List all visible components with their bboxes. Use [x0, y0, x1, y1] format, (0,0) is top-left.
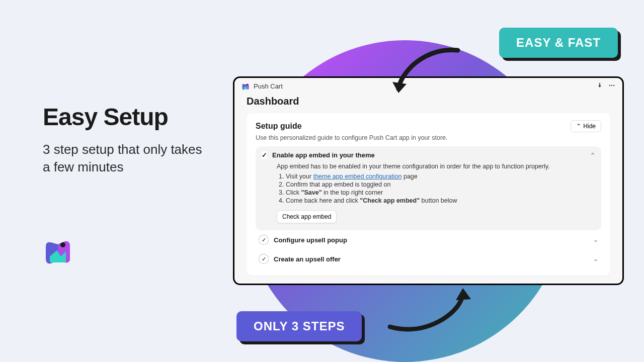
- step-1-title: Enable app embed in your theme: [272, 151, 375, 159]
- svg-point-2: [609, 85, 610, 86]
- hero-subtitle: 3 step setup that only takes a few minut…: [43, 141, 209, 176]
- step-1-li2: Confirm that app embed is toggled on: [286, 181, 593, 188]
- app-logo: [43, 236, 73, 266]
- chevron-down-icon: ⌄: [593, 255, 598, 262]
- setup-guide-panel: Setup guide ⌃ Hide Use this personalized…: [247, 113, 610, 276]
- check-circle-icon: ✓: [262, 151, 267, 159]
- app-name: Push Cart: [254, 82, 283, 90]
- check-app-embed-button[interactable]: Check app embed: [277, 210, 337, 223]
- dashboard-window: Push Cart Dashboard Setup guide ⌃ Hide U…: [233, 76, 624, 285]
- arrow-top-icon: [377, 43, 468, 98]
- step-1-li1-suffix: page: [401, 173, 417, 180]
- hide-button-label: Hide: [583, 123, 596, 130]
- panel-description: Use this personalized guide to configure…: [256, 134, 601, 141]
- hide-button[interactable]: ⌃ Hide: [571, 120, 601, 132]
- setup-step-2[interactable]: ✓ Configure upsell popup ⌄: [256, 230, 601, 249]
- step-1-body: App embed has to be enabled in your them…: [262, 159, 595, 223]
- svg-point-3: [611, 85, 612, 86]
- svg-point-0: [60, 242, 65, 247]
- panel-title: Setup guide: [256, 122, 302, 131]
- pin-icon[interactable]: [596, 82, 603, 90]
- hero-title: Easy Setup: [43, 103, 168, 131]
- step-1-li3-a: Click: [286, 189, 301, 196]
- chevron-down-icon: ⌄: [593, 236, 598, 243]
- step-1-li3-b: "Save": [301, 189, 322, 196]
- check-circle-icon: ✓: [259, 254, 269, 264]
- step-1-li4-a: Come back here and click: [286, 197, 360, 204]
- setup-step-1[interactable]: ✓ Enable app embed in your theme ⌃ App e…: [256, 146, 601, 230]
- more-icon[interactable]: [608, 82, 615, 90]
- chevron-up-icon: ⌃: [576, 123, 581, 130]
- svg-point-4: [613, 85, 614, 86]
- chevron-up-icon: ⌃: [590, 152, 595, 159]
- step-2-title: Configure upsell popup: [274, 236, 347, 244]
- setup-step-3[interactable]: ✓ Create an upsell offer ⌄: [256, 249, 601, 268]
- check-circle-icon: ✓: [259, 235, 269, 245]
- app-icon: [242, 82, 250, 90]
- step-1-li4-b: "Check app embed": [360, 197, 420, 204]
- svg-point-1: [246, 84, 248, 85]
- theme-config-link[interactable]: theme app embed configuration: [313, 173, 402, 180]
- callout-easy-fast: EASY & FAST: [499, 28, 618, 58]
- step-1-intro: App embed has to be enabled in your them…: [277, 163, 593, 170]
- step-1-li1-prefix: Visit your: [286, 173, 313, 180]
- step-1-li4-c: button below: [420, 197, 457, 204]
- callout-only-3-steps: ONLY 3 STEPS: [236, 311, 362, 341]
- arrow-bottom-icon: [382, 279, 478, 339]
- step-1-li3-c: in the top right corner: [322, 189, 383, 196]
- step-3-title: Create an upsell offer: [274, 255, 341, 263]
